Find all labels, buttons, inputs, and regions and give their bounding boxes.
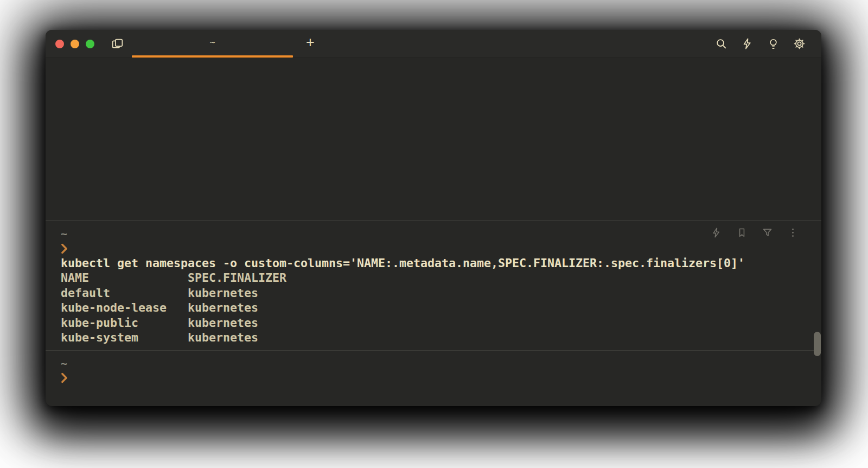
namespace-name: kube-system <box>61 330 188 345</box>
window-controls <box>55 40 94 48</box>
search-icon[interactable] <box>714 36 729 51</box>
lightning-icon[interactable] <box>711 227 722 238</box>
pages-icon[interactable] <box>110 36 125 52</box>
prompt-chevron-icon <box>61 241 821 256</box>
desktop-background: ~ + <box>0 0 868 468</box>
namespace-name: kube-public <box>61 315 188 331</box>
terminal-window: ~ + <box>46 30 821 406</box>
output-header-row: NAMESPEC.FINALIZER <box>61 270 821 286</box>
scrollbar-thumb[interactable] <box>814 332 821 356</box>
close-window-button[interactable] <box>55 40 64 48</box>
output-row: kube-systemkubernetes <box>61 330 821 345</box>
tab-home[interactable]: ~ <box>132 30 293 58</box>
active-prompt-block[interactable]: ~ <box>46 350 821 390</box>
tab-title: ~ <box>209 38 215 47</box>
namespace-finalizer: kubernetes <box>188 316 258 330</box>
command-output: NAMESPEC.FINALIZER defaultkubernetes kub… <box>61 270 821 345</box>
command-text[interactable]: kubectl get namespaces -o custom-columns… <box>61 256 821 270</box>
filter-icon[interactable] <box>762 227 773 238</box>
namespace-finalizer: kubernetes <box>188 286 258 300</box>
lightbulb-icon[interactable] <box>766 36 781 51</box>
block-toolbar <box>711 227 799 238</box>
maximize-window-button[interactable] <box>86 40 94 48</box>
namespace-finalizer: kubernetes <box>188 331 258 344</box>
namespace-name: kube-node-lease <box>61 300 188 315</box>
prompt-chevron-icon <box>61 371 821 385</box>
gear-icon[interactable] <box>792 36 807 51</box>
output-row: defaultkubernetes <box>61 286 821 301</box>
terminal-content: ~ kubectl get namespaces -o custom-colum… <box>46 58 821 406</box>
output-header-name: NAME <box>61 270 188 286</box>
empty-scrollback <box>46 58 821 220</box>
output-row: kube-node-leasekubernetes <box>61 300 821 315</box>
output-row: kube-publickubernetes <box>61 315 821 331</box>
cwd-label: ~ <box>61 226 821 241</box>
minimize-window-button[interactable] <box>71 40 79 48</box>
command-block[interactable]: ~ kubectl get namespaces -o custom-colum… <box>46 220 821 350</box>
tab-active-indicator <box>132 55 293 58</box>
new-tab-button[interactable]: + <box>301 35 320 52</box>
namespace-finalizer: kubernetes <box>188 301 258 314</box>
namespace-name: default <box>61 286 188 301</box>
titlebar-actions <box>714 36 807 51</box>
bookmark-icon[interactable] <box>736 227 748 238</box>
cwd-label: ~ <box>61 356 821 371</box>
output-header-finalizer: SPEC.FINALIZER <box>188 271 286 284</box>
kebab-menu-icon[interactable] <box>787 227 799 238</box>
lightning-icon[interactable] <box>740 36 755 51</box>
titlebar[interactable]: ~ + <box>46 30 821 58</box>
